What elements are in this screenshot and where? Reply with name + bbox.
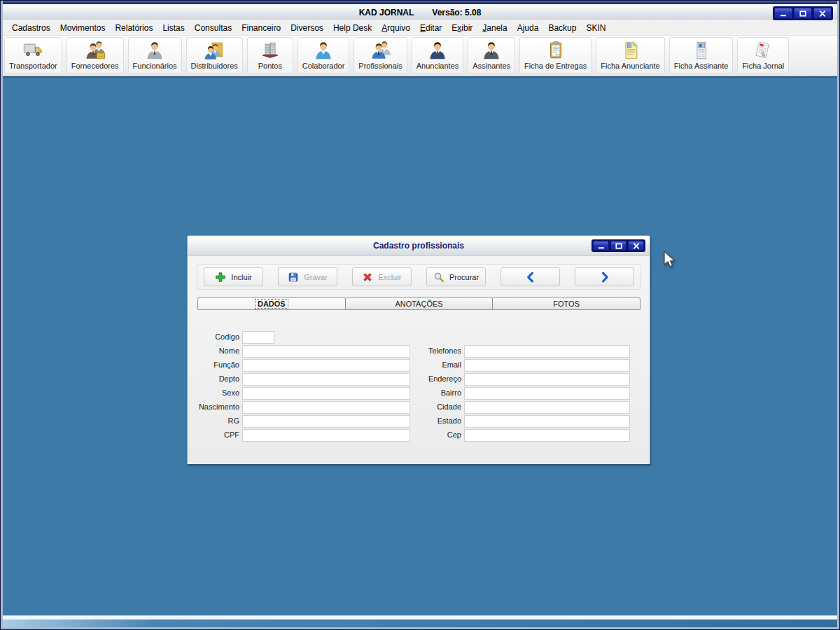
toolbar-button-anunciantes[interactable]: Anunciantes	[412, 37, 464, 74]
field-cidade-input[interactable]	[464, 401, 630, 414]
menu-item-financeiro[interactable]: Financeiro	[237, 22, 286, 34]
procurar-button[interactable]: Procurar	[426, 267, 486, 286]
tab-label: DADOS	[255, 300, 288, 308]
toolbar-button-ficha-assinante[interactable]: Ficha Assinante	[669, 37, 734, 74]
toolbar-button-label: Ficha de Entregas	[524, 61, 587, 71]
newspaper-icon	[752, 40, 774, 61]
toolbar-button-ficha-de-entregas[interactable]: Ficha de Entregas	[519, 37, 592, 74]
app-title: KAD JORNAL	[359, 8, 414, 18]
menu-item-janela[interactable]: Janela	[477, 22, 512, 34]
button-label: Excluir	[378, 273, 401, 281]
toolbar-button-label: Ficha Jornal	[742, 61, 784, 71]
toolbar-button-label: Ficha Assinante	[674, 61, 729, 71]
tab-label: ANOTAÇÕES	[395, 300, 442, 308]
toolbar-button-profissionais[interactable]: Profissionais	[354, 37, 407, 74]
main-toolbar: TransportadorFornecedoresFuncionáriosDis…	[3, 36, 837, 76]
menu-bar: CadastrosMovimentosRelatóriosListasConsu…	[3, 20, 837, 36]
toolbar-button-ficha-jornal[interactable]: Ficha Jornal	[737, 37, 789, 74]
button-label: Gravar	[304, 273, 328, 281]
menu-item-cadastros[interactable]: Cadastros	[7, 22, 55, 34]
toolbar-button-funcionarios[interactable]: Funcionários	[128, 37, 182, 74]
search-icon	[433, 272, 444, 283]
field-bairro-input[interactable]	[464, 387, 630, 400]
field-label-estado: Estado	[410, 415, 461, 427]
menu-item-consultas[interactable]: Consultas	[190, 22, 237, 34]
form-row-cidade: Cidade	[188, 401, 650, 413]
toolbar-button-fornecedores[interactable]: Fornecedores	[66, 37, 124, 74]
toolbar-button-label: Fornecedores	[71, 61, 119, 71]
suppliers-icon	[85, 40, 106, 61]
maximize-button[interactable]	[794, 8, 812, 19]
field-estado-input[interactable]	[464, 415, 630, 428]
close-button[interactable]	[813, 8, 832, 19]
minimize-icon	[780, 7, 787, 20]
menu-item-diversos[interactable]: Diversos	[286, 22, 328, 34]
gravar-button[interactable]: Gravar	[278, 267, 337, 286]
field-label-cidade: Cidade	[410, 401, 461, 413]
chevron-left-icon	[525, 272, 536, 283]
tab-fotos[interactable]: FOTOS	[492, 297, 640, 310]
toolbar-button-label: Anunciantes	[416, 61, 459, 71]
toolbar-button-ficha-anunciante[interactable]: Ficha Anunciante	[596, 37, 664, 74]
toolbar-button-label: Ficha Anunciante	[601, 61, 659, 71]
menu-item-relatorios[interactable]: Relatórios	[110, 22, 158, 34]
minimize-button[interactable]	[774, 8, 792, 19]
main-titlebar[interactable]: KAD JORNAL Versão: 5.08	[3, 4, 837, 20]
chevron-right-button[interactable]	[575, 267, 634, 286]
delete-icon	[362, 272, 373, 283]
field-cep-input[interactable]	[464, 429, 630, 442]
maximize-button[interactable]	[610, 241, 626, 251]
status-bar-bottom	[3, 620, 837, 627]
form-row-bairro: Bairro	[188, 387, 650, 399]
tab-anotacoes[interactable]: ANOTAÇÕES	[345, 297, 493, 310]
subscriber-sheet-icon	[691, 40, 712, 61]
toolbar-button-label: Funcionários	[133, 61, 177, 71]
form-row-codigo: Codigo	[188, 331, 650, 343]
toolbar-button-pontos[interactable]: Pontos	[247, 37, 293, 74]
close-button[interactable]	[628, 241, 644, 251]
toolbar-button-label: Transportador	[9, 61, 57, 71]
menu-item-backup[interactable]: Backup	[543, 22, 581, 34]
save-icon	[288, 272, 299, 283]
minimize-button[interactable]	[593, 241, 609, 251]
maximize-icon	[615, 239, 622, 252]
form-row-telefones: Telefones	[188, 345, 650, 357]
incluir-button[interactable]: Incluir	[204, 267, 263, 286]
employee-icon	[144, 40, 165, 61]
app-window: KAD JORNAL Versão: 5.08 CadastrosMovimen…	[0, 0, 840, 630]
tab-label: FOTOS	[553, 300, 580, 308]
field-label-telefones: Telefones	[410, 345, 461, 357]
menu-item-arquivo[interactable]: Arquivo	[377, 22, 415, 34]
subscriber-icon	[481, 40, 502, 61]
field-endereco-input[interactable]	[464, 373, 630, 386]
field-email-input[interactable]	[464, 359, 630, 372]
toolbar-button-transportador[interactable]: Transportador	[4, 37, 62, 74]
professionals-icon	[370, 40, 391, 61]
form-row-email: Email	[188, 359, 650, 371]
building-icon	[260, 40, 281, 61]
toolbar-button-assinantes[interactable]: Assinantes	[468, 37, 515, 74]
menu-item-skin[interactable]: SKIN	[581, 22, 610, 34]
field-label-endereco: Endereço	[410, 373, 461, 385]
child-window-body: IncluirGravarExcluirProcurar DADOSANOTAÇ…	[188, 256, 650, 464]
field-label-bairro: Bairro	[410, 387, 461, 399]
button-label: Incluir	[231, 273, 251, 281]
tab-dados[interactable]: DADOS	[197, 297, 346, 310]
child-titlebar[interactable]: Cadastro profissionais	[188, 236, 650, 256]
menu-item-exibir[interactable]: Exibir	[447, 22, 477, 34]
field-label-email: Email	[410, 359, 461, 371]
collaborator-icon	[313, 40, 334, 61]
toolbar-button-distribuidores[interactable]: Distribuidores	[186, 37, 243, 74]
field-codigo-input[interactable]	[242, 331, 274, 344]
menu-item-listas[interactable]: Listas	[158, 22, 189, 34]
clipboard-icon	[545, 40, 566, 61]
menu-item-help-desk[interactable]: Help Desk	[328, 22, 377, 34]
field-telefones-input[interactable]	[464, 345, 630, 358]
menu-item-editar[interactable]: Editar	[415, 22, 447, 34]
menu-item-movimentos[interactable]: Movimentos	[55, 22, 111, 34]
distributors-icon	[204, 40, 225, 61]
menu-item-ajuda[interactable]: Ajuda	[512, 22, 544, 34]
toolbar-button-colaborador[interactable]: Colaborador	[298, 37, 350, 74]
chevron-left-button[interactable]	[500, 267, 560, 286]
excluir-button[interactable]: Excluir	[352, 267, 412, 286]
